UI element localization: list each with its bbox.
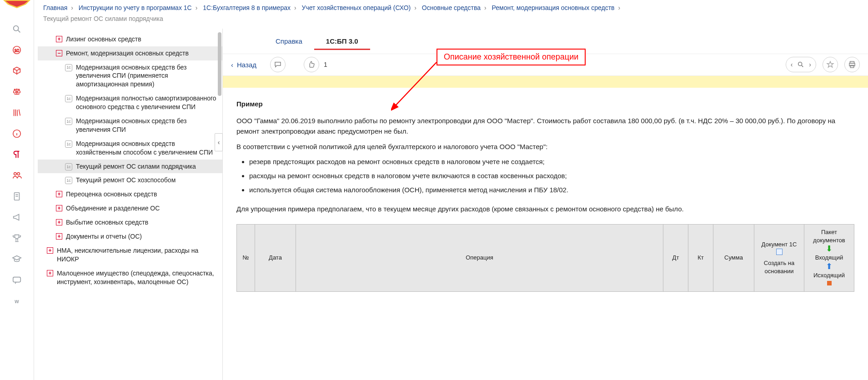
crumb-1[interactable]: Инструкции по учету в программах 1С [79, 4, 192, 11]
tree-item[interactable]: +Документы и отчеты (ОС) [38, 230, 222, 244]
chevron-left-icon: ‹ [231, 61, 233, 69]
tree-item[interactable]: +Малоценное имущество (спецодежда, спецо… [38, 266, 222, 289]
paragraph-icon[interactable] [11, 149, 22, 160]
example-heading: Пример [236, 99, 854, 109]
th-pack: Пакет документов ⬇ Входящий ⬆ Исходящий [804, 224, 854, 291]
crumb-2[interactable]: 1С:Бухгалтерия 8 в примерах [203, 4, 291, 11]
chevron-left-icon: ‹ [791, 61, 793, 68]
graduation-icon[interactable] [11, 254, 22, 265]
crumb-current: Текущий ремонт ОС силами подрядчика [43, 14, 859, 24]
tab-1c-bp[interactable]: 1С:БП 3.0 [314, 33, 370, 50]
list-item: используется общая система налогообложен… [249, 185, 854, 195]
content-panel: Справка 1С:БП 3.0 ‹ Назад 1 [223, 29, 868, 380]
tree-panel: +Лизинг основных средств −Ремонт, модерн… [34, 29, 223, 380]
doc-small-icon [776, 249, 783, 255]
crumb-5[interactable]: Ремонт, модернизация основных средств [492, 4, 615, 11]
paragraph: ООО "Гамма" 20.06.2019 выполнило работы … [236, 115, 854, 137]
svg-text:w: w [14, 298, 19, 305]
left-rail: 1C w [0, 0, 34, 380]
tab-reference[interactable]: Справка [264, 33, 314, 50]
tree-item[interactable]: 1cМодернизация основных средств без увел… [38, 114, 222, 137]
tree-item[interactable]: 1cТекущий ремонт ОС хозспособом [38, 173, 222, 187]
scales-icon[interactable] [11, 86, 22, 97]
tree-item[interactable]: +Выбытие основных средств [38, 215, 222, 230]
tree-item[interactable]: +НМА, неисключительные лицензии, расходы… [38, 244, 222, 266]
cube-icon[interactable] [11, 65, 22, 76]
th-sum: Сумма [713, 224, 754, 291]
list-item: резерв предстоящих расходов на ремонт ос… [249, 156, 854, 167]
tree-item[interactable]: 1cМодернизация основных средств без увел… [38, 60, 222, 92]
tree-item[interactable]: +Лизинг основных средств [38, 32, 222, 46]
svg-point-9 [798, 62, 802, 66]
article-body: Пример ООО "Гамма" 20.06.2019 выполнило … [223, 88, 868, 380]
th-doc: Документ 1С Создать на основании [754, 224, 804, 291]
crumb-3[interactable]: Учет хозяйственных операций (СХО) [302, 4, 411, 11]
tree-item-selected[interactable]: 1cТекущий ремонт ОС силами подрядчика [38, 160, 222, 174]
comments-button[interactable] [270, 57, 286, 72]
people-icon[interactable] [11, 170, 22, 181]
tree-item[interactable]: +Переоценка основных средств [38, 187, 222, 201]
tree-item[interactable]: 1cМодернизация основных средств хозяйств… [38, 137, 222, 160]
collapse-tree-button[interactable]: ‹ [215, 133, 223, 151]
like-button[interactable] [304, 57, 319, 72]
tree-item[interactable]: +Объединение и разделение ОС [38, 201, 222, 215]
crumb-4[interactable]: Основные средства [422, 4, 481, 11]
th-no: № [237, 224, 255, 291]
tree-item[interactable]: 1cМодернизация полностью самортизированн… [38, 91, 222, 114]
one-c-icon[interactable]: 1C [11, 45, 22, 55]
print-button[interactable] [844, 57, 860, 72]
logo-fragment [3, 0, 30, 10]
th-date: Дата [255, 224, 296, 291]
breadcrumb: Главная› Инструкции по учету в программа… [34, 0, 868, 24]
th-kt: Кт [688, 224, 713, 291]
th-dt: Дт [663, 224, 688, 291]
search-icon[interactable] [11, 24, 22, 35]
svg-point-4 [14, 173, 16, 175]
svg-point-0 [14, 26, 19, 31]
arrow-down-green-icon: ⬇ [826, 244, 833, 253]
svg-text:1C: 1C [15, 49, 20, 53]
arrow-up-blue-icon: ⬆ [826, 262, 833, 271]
annotation-callout: Описание хозяйственной операции [437, 49, 586, 65]
crumb-home[interactable]: Главная [43, 4, 67, 11]
megaphone-icon[interactable] [11, 212, 22, 223]
magnifier-icon [797, 61, 804, 68]
like-count: 1 [324, 61, 327, 68]
square-red-icon [827, 281, 832, 285]
paragraph: Для упрощения примера предполагаем, что … [236, 204, 854, 214]
zoom-control[interactable]: ‹ › [786, 57, 816, 72]
vk-icon[interactable]: w [11, 295, 22, 306]
logo-slot [0, 0, 34, 14]
tree-item-expanded[interactable]: −Ремонт, модернизация основных средств [38, 46, 222, 60]
tree-scrollbar[interactable] [218, 32, 221, 376]
highlight-band [223, 76, 868, 88]
back-button[interactable]: ‹ Назад [231, 61, 256, 69]
doc-icon[interactable] [11, 191, 22, 202]
list-item: расходы на ремонт основных средств в нал… [249, 170, 854, 181]
info-icon[interactable] [11, 128, 22, 139]
chat-icon[interactable] [11, 275, 22, 285]
trophy-icon[interactable] [11, 233, 22, 244]
svg-point-5 [17, 173, 20, 175]
paragraph: В соответствии с учетной политикой для ц… [236, 141, 854, 152]
th-op: Операция [296, 224, 663, 291]
books-icon[interactable] [11, 107, 22, 118]
operations-table: № Дата Операция Дт Кт Сумма Документ 1С … [236, 224, 854, 292]
toolbar: ‹ Назад 1 ‹ › [223, 54, 868, 76]
favorite-button[interactable] [823, 57, 838, 72]
chevron-right-icon: › [809, 61, 811, 68]
